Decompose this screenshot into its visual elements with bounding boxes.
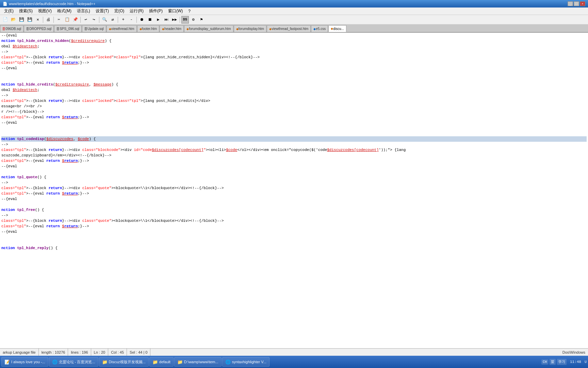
code-line: class="tpl">--{eval return $return;}--> <box>1 114 587 120</box>
menu-window[interactable]: 窗口(W) <box>165 7 185 15</box>
menu-help[interactable]: ? <box>185 8 193 14</box>
status-filetype: arkup Language file <box>0 349 39 356</box>
menu-macro[interactable]: 宏(O) <box>112 7 127 15</box>
macro-play-btn[interactable]: ▶ <box>154 16 162 24</box>
tab-label-subforum: forumdisplay_subforum.htm <box>189 27 231 31</box>
new-btn[interactable]: 📄 <box>1 16 9 24</box>
status-lines-text: lines : 196 <box>71 350 88 354</box>
tab-footer[interactable]: ◆ footer.htm <box>137 25 159 32</box>
maximize-btn[interactable]: □ <box>574 1 579 6</box>
code-line <box>1 234 587 240</box>
tab-icon-update: 🗄 <box>84 27 87 31</box>
menu-run[interactable]: 运行(R) <box>127 7 146 15</box>
tab-discuz[interactable]: ◆ discu... <box>328 25 346 32</box>
menu-settings[interactable]: 设置(T) <box>93 7 112 15</box>
open-btn[interactable]: 📂 <box>10 16 17 24</box>
tab-icon-096db: 🗄 <box>2 27 5 31</box>
code-line: --> <box>1 213 587 218</box>
code-area[interactable]: --{evalnction tpl_hide_credits_hidden($c… <box>0 33 588 348</box>
tab-label-update: Update.sql <box>87 27 104 31</box>
tab-icon-fastpost: ◆ <box>269 27 272 31</box>
title-bar-text: www\templates\default\discuzcode.htm - N… <box>9 2 95 6</box>
taskbar-notepad[interactable]: 📝 I always love you -... <box>1 357 48 367</box>
tab-icon-header: ◆ <box>162 27 164 31</box>
tab-sps[interactable]: 🗄 SPS_096.sql <box>54 25 82 32</box>
code-line: --{eval <box>1 164 587 169</box>
menu-search[interactable]: 搜索(S) <box>16 7 35 15</box>
taskbar-syntax[interactable]: 🌐 syntaxhighlighter V... <box>222 357 270 367</box>
macro-stop-btn[interactable]: ⏹ <box>146 16 154 24</box>
title-bar-controls[interactable]: _ □ × <box>568 1 585 6</box>
title-bar-left: 📄 www\templates\default\discuzcode.htm -… <box>3 2 95 6</box>
taskbar-icon-syntax: 🌐 <box>225 359 231 365</box>
taskbar-icon-discuz-folder: 📁 <box>102 359 108 365</box>
tab-096db[interactable]: 🗄 096DB.sql <box>0 25 23 32</box>
close-btn[interactable]: × <box>580 1 585 6</box>
code-line: obal $hideattech; <box>1 87 587 93</box>
copy-btn[interactable]: 📋 <box>63 16 71 24</box>
macro-record-btn[interactable]: ⏺ <box>138 16 146 24</box>
code-line: nction tpl_quote() { <box>1 174 587 180</box>
tab-label-sps: SPS_096.sql <box>60 27 79 31</box>
redo-btn[interactable]: ↪ <box>90 16 98 24</box>
zoomout-btn[interactable]: - <box>128 16 135 24</box>
tab-icon-viewthread: ◆ <box>109 27 111 31</box>
tab-header[interactable]: ◆ header.htm <box>160 25 184 32</box>
find-btn[interactable]: 🔍 <box>101 16 108 24</box>
taskbar-discuz[interactable]: 📁 Discuz模版开发视频... <box>99 357 149 367</box>
code-line <box>1 71 587 76</box>
zoomin-btn[interactable]: + <box>119 16 127 24</box>
run-btn[interactable]: ▶▶ <box>171 16 178 24</box>
macro-save-btn[interactable]: ⏭ <box>163 16 170 24</box>
tab-forumdisplay[interactable]: ◆ forumdisplay.htm <box>234 25 266 32</box>
code-line <box>1 76 587 82</box>
code-line: class="tpl">--{block return}--><div clas… <box>1 218 587 224</box>
taskbar-browser1[interactable]: 🌐 北盟论坛 - 百度浏览... <box>49 357 98 367</box>
code-line: scuzcode_copyclipboard}</em></div><!--{/… <box>1 153 587 158</box>
tab-css[interactable]: ◆ e5.css <box>311 25 328 32</box>
menu-view[interactable]: 视图(V) <box>35 7 54 15</box>
minimize-btn[interactable]: _ <box>568 1 573 6</box>
taskbar-imicon2: 学习 <box>557 359 567 365</box>
code-lines-container: --{evalnction tpl_hide_credits_hidden($c… <box>1 33 587 251</box>
tab-subforum[interactable]: ◆ forumdisplay_subforum.htm <box>184 25 233 32</box>
code-line: --> <box>1 180 587 185</box>
taskbar-wamp[interactable]: 📁 D:\wamp\www\tem... <box>174 357 222 367</box>
code-line: --{eval <box>1 120 587 125</box>
save-all-btn[interactable]: 💾 <box>26 16 33 24</box>
code-line <box>1 240 587 245</box>
print-btn[interactable]: 🖨 <box>45 16 52 24</box>
tab-icon-footer: ◆ <box>140 27 142 31</box>
menu-plugins[interactable]: 插件(P) <box>146 7 165 15</box>
code-line: obal $hideattech; <box>1 44 587 49</box>
close-btn2[interactable]: ✕ <box>34 16 42 24</box>
menu-language[interactable]: 语言(L) <box>74 7 93 15</box>
tab-label-forumdisplay: forumdisplay.htm <box>239 27 264 31</box>
menu-file[interactable]: 文(E) <box>1 7 16 15</box>
title-bar-icon: 📄 <box>3 2 7 6</box>
taskbar-default[interactable]: 📁 default <box>149 357 174 367</box>
taskbar-label-syntax: syntaxhighlighter V... <box>232 360 266 364</box>
status-length: length : 10276 <box>39 349 68 356</box>
status-sel: Sel : 44 | 0 <box>127 349 150 356</box>
status-bar: arkup Language file length : 10276 lines… <box>0 348 588 356</box>
tab-fastpost[interactable]: ◆ viewthread_fastpost.htm <box>267 25 311 32</box>
paste-btn[interactable]: 📌 <box>71 16 79 24</box>
code-line: --{eval <box>1 65 587 71</box>
status-encoding: Dos\Windows <box>560 349 588 356</box>
menu-format[interactable]: 格式(M) <box>54 7 74 15</box>
status-ln: Ln : 20 <box>91 349 109 356</box>
extra-btn1[interactable]: ⚙ <box>190 16 197 24</box>
tab-dropped[interactable]: 🗄 DROPPED.sql <box>24 25 54 32</box>
undo-btn[interactable]: ↩ <box>82 16 89 24</box>
tab-viewthread[interactable]: ◆ viewthread.htm <box>107 25 137 32</box>
tab-update[interactable]: 🗄 Update.sql <box>82 25 106 32</box>
replace-btn[interactable]: ⇄ <box>109 16 116 24</box>
code-line <box>1 131 587 136</box>
save-btn[interactable]: 💾 <box>18 16 25 24</box>
status-filetype-text: arkup Language file <box>3 350 36 354</box>
cut-btn[interactable]: ✂ <box>55 16 63 24</box>
extra-btn2[interactable]: ⚑ <box>198 16 205 24</box>
ds-btn[interactable]: DS <box>181 16 189 24</box>
code-line <box>1 125 587 131</box>
